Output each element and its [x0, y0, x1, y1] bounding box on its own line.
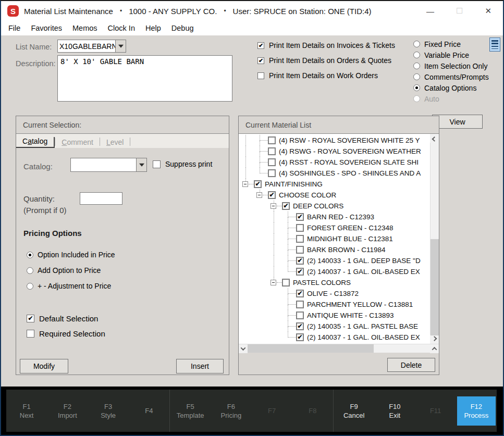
collapse-icon[interactable]: [256, 192, 262, 198]
tree-checkbox[interactable]: [296, 301, 304, 308]
scroll-up-icon[interactable]: [430, 134, 439, 143]
radio-button[interactable]: [413, 52, 420, 58]
suppress-print-option[interactable]: Suppress print: [153, 160, 212, 168]
tree-checkbox[interactable]: ✔: [296, 213, 304, 221]
tree-item[interactable]: (4) SOSHINGLES - SPO - SHINGLES AND A: [239, 168, 439, 179]
tree-item[interactable]: ✔(2) 140037 - 1 GAL. OIL-BASED EX: [239, 332, 439, 343]
view-button[interactable]: View: [432, 115, 483, 129]
description-field[interactable]: 8' X 10' GABLE BARN: [57, 55, 232, 102]
tree-item[interactable]: ✔(2) 140035 - 1 GAL. PASTEL BASE: [239, 321, 439, 332]
scroll-right-icon[interactable]: [430, 344, 439, 353]
tree-item[interactable]: PARCHMENT YELLOW - C13881: [239, 299, 439, 310]
tree-checkbox[interactable]: [268, 147, 276, 155]
tab-comment[interactable]: Comment: [55, 138, 100, 148]
fkey-f10[interactable]: F10Exit: [374, 402, 415, 420]
tree-item[interactable]: ✔CHOOSE COLOR: [239, 190, 439, 201]
tree-item[interactable]: ✔DEEP COLORS: [239, 201, 439, 211]
minimize-icon[interactable]: —: [426, 7, 434, 16]
menu-item-debug[interactable]: Debug: [166, 24, 199, 32]
tree-checkbox[interactable]: ✔: [296, 257, 304, 265]
tree-item[interactable]: ✔(2) 140033 - 1 GAL. DEEP BASE "D: [239, 255, 439, 266]
menu-item-file[interactable]: File: [3, 24, 26, 32]
maximize-icon[interactable]: ☐: [456, 6, 463, 16]
tree-checkbox[interactable]: [268, 136, 276, 144]
pricing-option[interactable]: + - Adjustment to Price: [27, 282, 115, 290]
quantity-field[interactable]: [80, 192, 122, 205]
tree-checkbox[interactable]: ✔: [296, 322, 304, 330]
pricing-option[interactable]: Add Option to Price: [27, 266, 115, 275]
tree-item[interactable]: ✔(2) 140037 - 1 GAL. OIL-BASED EX: [239, 266, 439, 277]
radio-button[interactable]: [413, 84, 420, 91]
tree-checkbox[interactable]: [296, 312, 304, 319]
radio-button[interactable]: [413, 41, 420, 47]
tree-checkbox[interactable]: [296, 246, 304, 254]
price-mode-option[interactable]: Comments/Prompts: [413, 73, 489, 81]
hamburger-menu-icon[interactable]: [489, 38, 500, 52]
horizontal-scrollbar[interactable]: [239, 344, 439, 353]
tree-checkbox[interactable]: [282, 279, 290, 286]
menu-item-favorites[interactable]: Favorites: [26, 24, 67, 32]
close-icon[interactable]: ✕: [485, 6, 491, 16]
suppress-print-checkbox[interactable]: [153, 160, 161, 168]
process-button[interactable]: F12Process: [457, 396, 496, 426]
tree-checkbox[interactable]: [268, 158, 276, 166]
fkey-f5[interactable]: F5Template: [170, 402, 211, 420]
vertical-scrollbar[interactable]: [430, 134, 439, 344]
tree-item[interactable]: MIDNIGHT BLUE - C12381: [239, 233, 439, 244]
collapse-icon[interactable]: [242, 181, 248, 187]
tree-checkbox[interactable]: ✔: [296, 268, 304, 276]
selection-flag[interactable]: ✔Default Selection: [27, 314, 105, 323]
menu-item-help[interactable]: Help: [140, 24, 166, 32]
horizontal-scroll-thumb[interactable]: [248, 344, 374, 353]
price-mode-option[interactable]: Variable Price: [413, 51, 489, 59]
chevron-down-icon[interactable]: [136, 158, 146, 171]
chevron-down-icon[interactable]: [115, 40, 126, 52]
print-option[interactable]: Print Item Details on Work Orders: [257, 71, 395, 80]
fkey-f1[interactable]: F1Next: [6, 402, 47, 420]
radio-button[interactable]: [413, 73, 420, 80]
menu-item-clock-in[interactable]: Clock In: [103, 24, 140, 32]
insert-button[interactable]: Insert: [176, 359, 224, 373]
fkey-f2[interactable]: F2Import: [47, 402, 88, 420]
tab-catalog[interactable]: Catalog: [16, 137, 55, 148]
tree-checkbox[interactable]: ✔: [282, 202, 290, 210]
list-name-combo[interactable]: X10GABLEBARN: [57, 40, 126, 53]
tree-item[interactable]: PASTEL COLORS: [239, 277, 439, 288]
checkbox[interactable]: [257, 72, 264, 79]
checkbox[interactable]: ✔: [257, 57, 264, 64]
tree-checkbox[interactable]: ✔: [254, 180, 262, 188]
tree-item[interactable]: ✔OLIVE - C13872: [239, 288, 439, 299]
tree-checkbox[interactable]: [268, 169, 276, 177]
tab-level[interactable]: Level: [100, 138, 130, 148]
tree-item[interactable]: ✔PAINT/FINISHING: [239, 179, 439, 190]
checkbox[interactable]: ✔: [27, 315, 34, 322]
collapse-icon[interactable]: [271, 280, 276, 285]
fkey-f9[interactable]: F9Cancel: [334, 402, 374, 420]
tree-item[interactable]: (4) RSST - ROYAL SOVEREIGN SLATE SHI: [239, 157, 439, 168]
price-mode-option[interactable]: Fixed Price: [413, 40, 489, 48]
tree-item[interactable]: ANTIQUE WHITE - C13893: [239, 310, 439, 321]
print-option[interactable]: ✔Print Item Details on Invoices & Ticket…: [257, 41, 395, 49]
vertical-scroll-thumb[interactable]: [431, 239, 439, 335]
tree-checkbox[interactable]: [296, 235, 304, 243]
fkey-f3[interactable]: F3Style: [88, 402, 129, 420]
tree-item[interactable]: ✔BARN RED - C12393: [239, 211, 439, 222]
radio-button[interactable]: [27, 283, 33, 290]
tree-checkbox[interactable]: [296, 224, 304, 232]
scroll-down-icon[interactable]: [430, 335, 439, 344]
collapse-icon[interactable]: [271, 203, 276, 209]
tree-checkbox[interactable]: ✔: [268, 191, 276, 199]
tree-item[interactable]: (4) RSWG - ROYAL SOVEREIGN WEATHER: [239, 146, 439, 157]
scroll-left-icon[interactable]: [239, 344, 248, 353]
menu-item-memos[interactable]: Memos: [67, 24, 103, 32]
checkbox[interactable]: ✔: [257, 42, 264, 49]
print-option[interactable]: ✔Print Item Details on Orders & Quotes: [257, 56, 395, 65]
tree-item[interactable]: (4) RSW - ROYAL SOVEREIGN WHITE 25 Y: [239, 135, 439, 146]
catalog-combo[interactable]: [70, 158, 147, 172]
fkey-f6[interactable]: F6Pricing: [211, 402, 251, 420]
selection-flag[interactable]: Required Selection: [27, 329, 105, 338]
pricing-option[interactable]: Option Included in Price: [27, 251, 115, 259]
tree-checkbox[interactable]: ✔: [296, 290, 304, 297]
radio-button[interactable]: [413, 63, 420, 69]
radio-button[interactable]: [27, 267, 33, 274]
